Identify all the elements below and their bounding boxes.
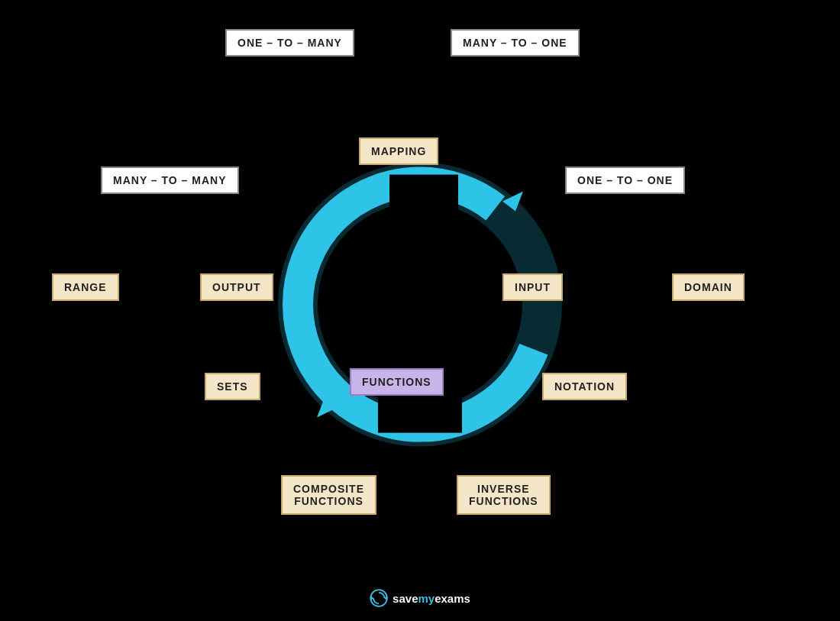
mapping-label: MAPPING xyxy=(359,137,438,165)
svg-marker-10 xyxy=(384,595,387,600)
brand-text: savemyexams xyxy=(393,592,470,605)
input-label: INPUT xyxy=(502,273,563,301)
output-label: OUTPUT xyxy=(200,273,273,301)
notation-label: NOTATION xyxy=(542,373,627,400)
domain-label: DOMAIN xyxy=(672,273,745,301)
many-to-many-label: MANY – TO – MANY xyxy=(101,167,239,194)
svg-rect-7 xyxy=(389,174,458,212)
inverse-functions-label: INVERSEFUNCTIONS xyxy=(457,475,551,515)
functions-label: FUNCTIONS xyxy=(350,368,444,396)
brand-logo-area: savemyexams xyxy=(370,589,470,607)
one-to-one-label: ONE – TO – ONE xyxy=(565,167,685,194)
svg-rect-8 xyxy=(378,394,462,432)
many-to-one-label: MANY – TO – ONE xyxy=(451,29,580,57)
one-to-many-label: ONE – TO – MANY xyxy=(225,29,354,57)
svg-marker-11 xyxy=(370,595,373,600)
composite-functions-label: COMPOSITEFUNCTIONS xyxy=(281,475,376,515)
sets-label: SETS xyxy=(205,373,260,400)
range-label: RANGE xyxy=(52,273,119,301)
